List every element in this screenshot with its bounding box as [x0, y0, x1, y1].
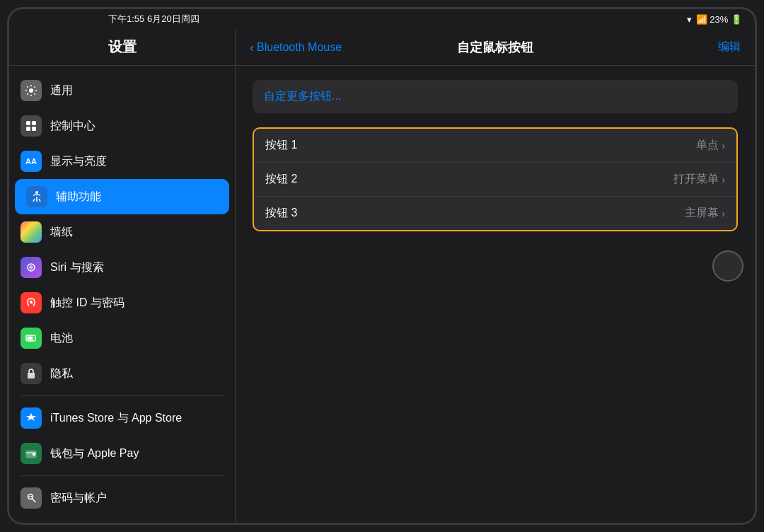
button-1-label: 按钮 1 — [265, 138, 297, 153]
sidebar-item-control-center-label: 控制中心 — [50, 119, 96, 134]
sidebar-item-itunes-label: iTunes Store 与 App Store — [50, 411, 182, 426]
sidebar-item-siri[interactable]: Siri 与搜索 — [9, 250, 235, 285]
button-2-row[interactable]: 按钮 2 打开菜单 › — [254, 163, 736, 197]
edit-button[interactable]: 编辑 — [718, 40, 741, 54]
ipad-frame: 下午1:55 6月20日周四 ▾📶 23% 🔋 设置 — [7, 7, 757, 525]
sidebar-item-passwords-label: 密码与帐户 — [50, 491, 107, 506]
sidebar-item-privacy-label: 隐私 — [50, 366, 73, 381]
sidebar-item-wallpaper-label: 墙纸 — [50, 225, 73, 240]
svg-rect-4 — [32, 127, 36, 131]
sidebar-item-accessibility-label: 辅助功能 — [56, 190, 101, 204]
back-button-label: Bluetooth Mouse — [257, 41, 342, 54]
sidebar-item-general[interactable]: 通用 — [9, 73, 235, 108]
sidebar-header: 设置 — [9, 29, 235, 66]
detail-title: 自定鼠标按钮 — [457, 39, 533, 56]
button-2-value: 打开菜单 — [673, 172, 719, 187]
display-icon: AA — [21, 151, 42, 172]
status-time: 下午1:55 6月20日周四 — [108, 13, 199, 25]
main-content: 设置 通用 — [9, 29, 755, 523]
sidebar: 设置 通用 — [9, 29, 236, 523]
back-chevron-icon: ‹ — [250, 41, 254, 54]
control-center-icon — [21, 115, 42, 137]
detail-header: ‹ Bluetooth Mouse 自定鼠标按钮 编辑 — [236, 29, 755, 66]
siri-icon — [21, 257, 42, 278]
sidebar-item-itunes-appstore[interactable]: iTunes Store 与 App Store — [9, 400, 235, 436]
status-right: ▾📶 23% 🔋 — [687, 14, 742, 25]
sidebar-item-display-label: 显示与亮度 — [50, 154, 107, 169]
separator-2 — [21, 475, 224, 476]
svg-point-13 — [31, 496, 33, 497]
svg-rect-2 — [32, 121, 36, 125]
separator-1 — [21, 395, 224, 396]
button-3-chevron-icon: › — [722, 208, 725, 219]
customize-more-button[interactable]: 自定更多按钮... — [253, 80, 738, 113]
battery-status-icon: 📶 23% 🔋 — [696, 14, 742, 25]
svg-point-12 — [29, 496, 30, 497]
sidebar-list: 通用 控制中心 — [9, 66, 235, 523]
button-1-row[interactable]: 按钮 1 单点 › — [254, 129, 736, 163]
sidebar-item-control-center[interactable]: 控制中心 — [9, 108, 235, 144]
sidebar-item-wallpaper[interactable]: 墙纸 — [9, 214, 235, 250]
status-bar: 下午1:55 6月20日周四 ▾📶 23% 🔋 — [9, 9, 755, 29]
sidebar-item-privacy[interactable]: 隐私 — [9, 356, 235, 391]
button-1-value: 单点 — [696, 138, 719, 153]
button-2-chevron-icon: › — [722, 174, 725, 185]
customize-more-label: 自定更多按钮... — [264, 90, 341, 102]
button-3-right: 主屏幕 › — [685, 206, 725, 221]
button-1-chevron-icon: › — [722, 140, 725, 151]
sidebar-item-wallet-label: 钱包与 Apple Pay — [50, 446, 139, 461]
button-3-value: 主屏幕 — [685, 206, 719, 221]
button-3-row[interactable]: 按钮 3 主屏幕 › — [254, 197, 736, 230]
svg-point-0 — [29, 88, 33, 93]
svg-rect-3 — [26, 127, 30, 131]
sidebar-item-accessibility[interactable]: 辅助功能 — [15, 179, 229, 214]
svg-rect-1 — [26, 121, 30, 125]
wallpaper-icon — [21, 221, 42, 243]
buttons-card: 按钮 1 单点 › 按钮 2 打开菜单 › — [253, 127, 738, 231]
sidebar-item-battery-label: 电池 — [50, 331, 73, 346]
home-button[interactable] — [712, 250, 743, 282]
sidebar-item-siri-label: Siri 与搜索 — [50, 260, 104, 275]
sidebar-title: 设置 — [108, 37, 137, 57]
sidebar-item-touch-id-label: 触控 ID 与密码 — [50, 296, 125, 311]
svg-point-5 — [35, 191, 38, 194]
detail-panel: ‹ Bluetooth Mouse 自定鼠标按钮 编辑 自定更多按钮... 按钮… — [236, 29, 755, 523]
sidebar-section-3: 密码与帐户 邮件 — [9, 480, 235, 523]
sidebar-section-2: iTunes Store 与 App Store 钱包与 Apple Pay — [9, 400, 235, 471]
wifi-signal-icon: ▾ — [687, 14, 692, 25]
sidebar-item-general-label: 通用 — [50, 83, 73, 98]
svg-rect-8 — [28, 337, 33, 340]
button-2-label: 按钮 2 — [265, 172, 297, 187]
sidebar-item-touch-id[interactable]: 触控 ID 与密码 — [9, 285, 235, 320]
sidebar-item-wallet[interactable]: 钱包与 Apple Pay — [9, 436, 235, 471]
wallet-icon — [21, 443, 42, 464]
back-button[interactable]: ‹ Bluetooth Mouse — [250, 41, 342, 54]
button-2-right: 打开菜单 › — [673, 172, 725, 187]
button-1-right: 单点 › — [696, 138, 725, 153]
detail-content: 自定更多按钮... 按钮 1 单点 › 按钮 2 — [236, 66, 755, 523]
home-button-area — [712, 245, 755, 287]
general-icon — [21, 80, 42, 101]
sidebar-section-1: 通用 控制中心 — [9, 73, 235, 391]
battery-sidebar-icon — [21, 328, 42, 349]
touch-id-icon — [21, 292, 42, 313]
sidebar-item-mail[interactable]: 邮件 — [9, 516, 235, 523]
appstore-icon — [21, 407, 42, 429]
accessibility-icon — [26, 186, 47, 207]
button-3-label: 按钮 3 — [265, 206, 297, 221]
sidebar-item-display[interactable]: AA 显示与亮度 — [9, 144, 235, 179]
privacy-icon — [21, 363, 42, 384]
sidebar-item-passwords[interactable]: 密码与帐户 — [9, 480, 235, 516]
sidebar-item-battery[interactable]: 电池 — [9, 320, 235, 356]
passwords-icon — [21, 487, 42, 509]
